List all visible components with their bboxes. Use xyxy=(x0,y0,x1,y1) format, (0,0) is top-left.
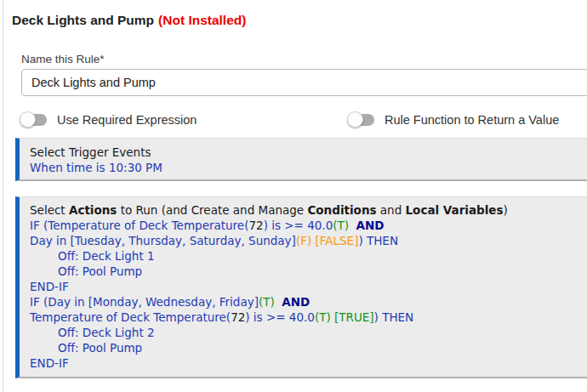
page-title: Deck Lights and Pump(Not Installed) xyxy=(12,13,246,28)
rule-segment: ) is >= 40.0 xyxy=(264,219,333,232)
rule-segment: When time is 10:30 PM xyxy=(30,161,162,174)
rule-segment: AND xyxy=(356,219,385,232)
actions-section: Select Actions to Run (and Create and Ma… xyxy=(15,196,587,378)
rule-segment: Off: Deck Light 1 xyxy=(58,249,155,263)
rule-line: Day in [Tuesday, Thursday, Saturday, Sun… xyxy=(30,233,583,248)
rule-line: When time is 10:30 PM xyxy=(30,160,583,175)
rule-segment: and xyxy=(377,203,406,217)
rule-segment: Actions xyxy=(69,203,117,217)
rule-line: Temperature of Deck Temperature(72) is >… xyxy=(30,310,583,325)
not-installed-badge: (Not Installed) xyxy=(158,13,246,27)
rule-segment: ) THEN xyxy=(374,310,414,324)
rule-line: Off: Deck Light 2 xyxy=(30,325,583,340)
rule-segment: Day in [Tuesday, Thursday, Saturday, Sun… xyxy=(30,234,296,247)
rule-line: IF (Temperature of Deck Temperature(72) … xyxy=(30,218,583,233)
toggle-thumb xyxy=(347,111,363,128)
rule-line: END-IF xyxy=(30,279,583,294)
rule-segment: (T) xyxy=(259,295,275,309)
rule-line: Off: Pool Pump xyxy=(30,264,583,279)
use-required-expression-label: Use Required Expression xyxy=(57,113,197,127)
rule-segment xyxy=(275,295,282,309)
rule-segment: IF (Day in [Monday, Wednesday, Friday] xyxy=(30,295,259,309)
rule-line: Off: Deck Light 1 xyxy=(30,248,583,264)
rule-function-toggle[interactable] xyxy=(349,114,374,126)
use-required-expression-toggle[interactable] xyxy=(21,114,47,126)
rule-segment: (T) xyxy=(315,310,331,324)
rule-segment: (T) xyxy=(333,219,349,232)
toggle-row: Use Required Expression Rule Function to… xyxy=(0,111,587,129)
rule-name-title: Deck Lights and Pump xyxy=(12,13,154,27)
trigger-events-section: Select Trigger EventsWhen time is 10:30 … xyxy=(15,138,587,181)
rule-segment: 72 xyxy=(248,219,263,232)
section-header-row[interactable]: Select Actions to Run (and Create and Ma… xyxy=(30,202,583,218)
rule-segment: Select xyxy=(30,203,69,217)
rule-segment: Select Trigger Events xyxy=(30,145,151,159)
rule-segment: Local Variables xyxy=(406,203,504,217)
rule-line: IF (Day in [Monday, Wednesday, Friday](T… xyxy=(30,294,583,310)
rule-segment: ) THEN xyxy=(358,234,398,247)
rule-segment: Off: Pool Pump xyxy=(58,341,142,355)
rule-segment: AND xyxy=(282,295,310,309)
page-edge-divider xyxy=(3,0,3,392)
rule-segment: [TRUE] xyxy=(334,310,374,324)
rule-segment: to Run (and Create and Manage xyxy=(117,203,307,217)
rule-segment: Conditions xyxy=(307,203,376,217)
toggle-thumb xyxy=(20,111,36,128)
rule-segment: Off: Deck Light 2 xyxy=(58,326,155,339)
rule-function-toggle-group: Rule Function to Return a Value xyxy=(349,111,559,129)
rule-segment: [FALSE] xyxy=(315,234,358,247)
rule-function-label: Rule Function to Return a Value xyxy=(385,113,559,127)
rule-segment: IF (Temperature of Deck Temperature( xyxy=(30,219,248,232)
rule-segment: ) xyxy=(504,203,508,217)
rule-segment: Temperature of Deck Temperature( xyxy=(30,310,231,324)
rule-name-input[interactable] xyxy=(21,69,587,96)
section-header-row[interactable]: Select Trigger Events xyxy=(30,145,583,160)
rule-segment xyxy=(349,219,356,232)
rule-segment: 72 xyxy=(231,310,245,324)
rule-segment: ) is >= 40.0 xyxy=(245,310,315,324)
rule-line: Off: Pool Pump xyxy=(30,340,583,355)
name-rule-label: Name this Rule* xyxy=(21,53,105,65)
use-required-expression-toggle-group: Use Required Expression xyxy=(21,111,197,129)
rule-line: END-IF xyxy=(30,355,583,371)
rule-segment: Off: Pool Pump xyxy=(58,264,142,278)
rule-segment: END-IF xyxy=(30,356,69,370)
rule-segment: END-IF xyxy=(30,280,69,293)
rule-segment: (F) xyxy=(296,234,311,247)
